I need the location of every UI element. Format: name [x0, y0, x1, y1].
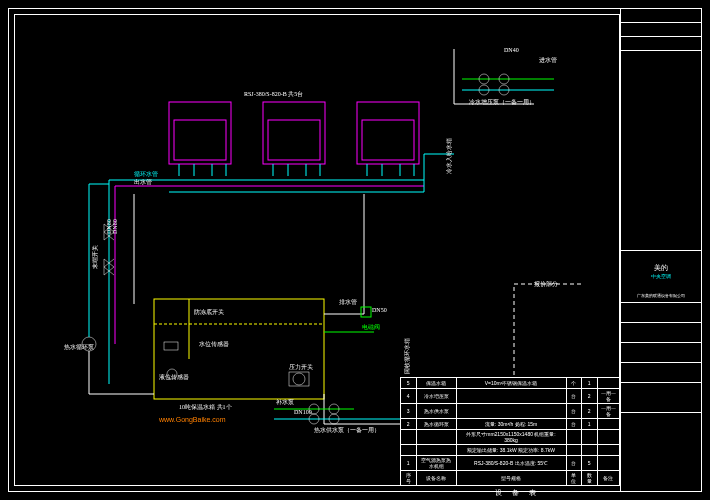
- schedule-cell: 一用一备: [597, 389, 620, 404]
- tb-spacer: [621, 51, 701, 251]
- schedule-cell: 型号规格: [456, 471, 566, 486]
- tb-cell: [621, 37, 701, 51]
- tb-cell: [621, 23, 701, 37]
- schedule-cell: [582, 445, 598, 456]
- schedule-cell: 单位: [566, 471, 582, 486]
- dn50-label: DN50: [372, 307, 387, 313]
- schedule-cell: 1: [582, 419, 598, 430]
- schedule-cell: 外形尺寸mm2150x1150x1480 机组重量: 380kg: [456, 430, 566, 445]
- svg-rect-5: [362, 120, 414, 160]
- tb-cell: [621, 383, 701, 413]
- schedule-cell: 2: [582, 389, 598, 404]
- schedule-cell: [416, 445, 456, 456]
- schedule-cell: 5: [582, 456, 598, 471]
- schedule-cell: 4: [401, 389, 417, 404]
- schedule-cell: RSJ-380/S-820-B 出水温度: 55℃: [456, 456, 566, 471]
- equipment-schedule: 5保温水箱V=10m³不锈钢保温水箱个14冷水增压泵台2一用一备3热水供水泵台2…: [400, 377, 620, 486]
- schedule-cell: [597, 445, 620, 456]
- schedule-cell: 数量: [582, 471, 598, 486]
- schedule-cell: 2: [401, 419, 417, 430]
- hot-supply-pump-label: 热水供水泵（一备一用）: [314, 427, 380, 434]
- schedule-cell: [566, 430, 582, 445]
- dn80b-label: DN80: [106, 219, 112, 234]
- schedule-cell: [597, 378, 620, 389]
- schedule-cell: 热水循环泵: [416, 419, 456, 430]
- dn100-label: DN100: [294, 409, 312, 415]
- schedule-cell: 台: [566, 419, 582, 430]
- svg-rect-3: [268, 120, 320, 160]
- brand-logo: 美的 中央空调: [621, 251, 701, 291]
- schedule-cell: [597, 430, 620, 445]
- schedule-cell: 冷水增压泵: [416, 389, 456, 404]
- main-switch-label: 末端开关: [91, 245, 98, 269]
- level-sensor-label: 水位传感器: [199, 341, 229, 347]
- temp-sensor-label: 热水循环泵: [64, 344, 94, 350]
- schedule-cell: 备注: [597, 471, 620, 486]
- schedule-cell: V=10m³不锈钢保温水箱: [456, 378, 566, 389]
- defrost-label: 防冻底开关: [194, 308, 224, 315]
- tb-cell: [621, 363, 701, 383]
- schedule-cell: [566, 445, 582, 456]
- schedule-cell: 个: [566, 378, 582, 389]
- svg-rect-1: [174, 120, 226, 160]
- tb-cell: [621, 323, 701, 343]
- drain-label: 排水管: [339, 299, 357, 305]
- schedule-cell: 台: [566, 389, 582, 404]
- schedule-cell: 流量: 30m³/h 扬程: 15m: [456, 419, 566, 430]
- schedule-cell: 额定输出储量: 38.1kW 额定功率: 8.7kW: [456, 445, 566, 456]
- schedule-cell: 台: [566, 404, 582, 419]
- dn80a-label: DN80: [112, 219, 118, 234]
- schedule-cell: [401, 430, 417, 445]
- svg-point-32: [293, 373, 305, 385]
- schedule-cell: 一用一备: [597, 404, 620, 419]
- titleblock: 美的 中央空调 广东美的暖通设备有限公司: [620, 8, 702, 492]
- dn40-label: DN40: [504, 47, 519, 53]
- schedule-cell: 保温水箱: [416, 378, 456, 389]
- svg-rect-31: [361, 307, 371, 317]
- out-pipe-label: 出水管: [134, 179, 152, 185]
- svg-rect-33: [289, 372, 309, 386]
- schedule-cell: 序号: [401, 471, 417, 486]
- tb-cell: [621, 343, 701, 363]
- schedule-cell: [582, 430, 598, 445]
- schedule-cell: [456, 389, 566, 404]
- url-watermark: www.GongBaike.com: [158, 416, 226, 424]
- unit-label: RSJ-380/S-820-B 共5台: [244, 91, 303, 97]
- schedule-cell: 5: [401, 378, 417, 389]
- svg-rect-22: [154, 299, 324, 399]
- svg-rect-26: [164, 342, 178, 350]
- supply-pipe-label: 进水管: [539, 57, 557, 63]
- schedule-cell: 2: [582, 404, 598, 419]
- company-label: 广东美的暖通设备有限公司: [621, 291, 701, 303]
- schedule-cell: [416, 430, 456, 445]
- schedule-cell: [597, 419, 620, 430]
- schedule-cell: 3: [401, 404, 417, 419]
- cold-pump-label: 冷水增压泵（一备一用）: [469, 99, 535, 106]
- supply-pump-label: 补水泵: [276, 398, 294, 405]
- schedule-title: 设 备 表: [495, 488, 540, 498]
- recycle-label: 回收循环水箱: [404, 338, 410, 374]
- drawing-canvas: RSJ-380/S-820-B 共5台 DN40 进水管 冷水增压泵（一备一用）…: [0, 0, 710, 500]
- tb-cell: [621, 303, 701, 323]
- water-inlet-label: 冷水入给水箱: [446, 138, 452, 174]
- schedule-cell: 设备名称: [416, 471, 456, 486]
- design-area-label: 报价部分: [533, 280, 558, 287]
- schedule-cell: [597, 456, 620, 471]
- schedule-cell: [401, 445, 417, 456]
- schedule-cell: 台: [566, 456, 582, 471]
- tb-cell: [621, 9, 701, 23]
- heat-pump-units: [169, 102, 419, 176]
- solenoid-label: 电磁阀: [362, 324, 380, 330]
- schedule-cell: 空气源热泵热水机组: [416, 456, 456, 471]
- tank-label: 10吨保温水箱 共1个: [179, 404, 232, 410]
- liquid-level-label: 液位传感器: [159, 373, 189, 380]
- schedule-cell: [456, 404, 566, 419]
- schedule-cell: 1: [582, 378, 598, 389]
- pressure-sw-label: 压力开关: [289, 363, 313, 370]
- schedule-cell: 1: [401, 456, 417, 471]
- in-pipe-label: 循环水管: [134, 171, 158, 177]
- schedule-cell: 热水供水泵: [416, 404, 456, 419]
